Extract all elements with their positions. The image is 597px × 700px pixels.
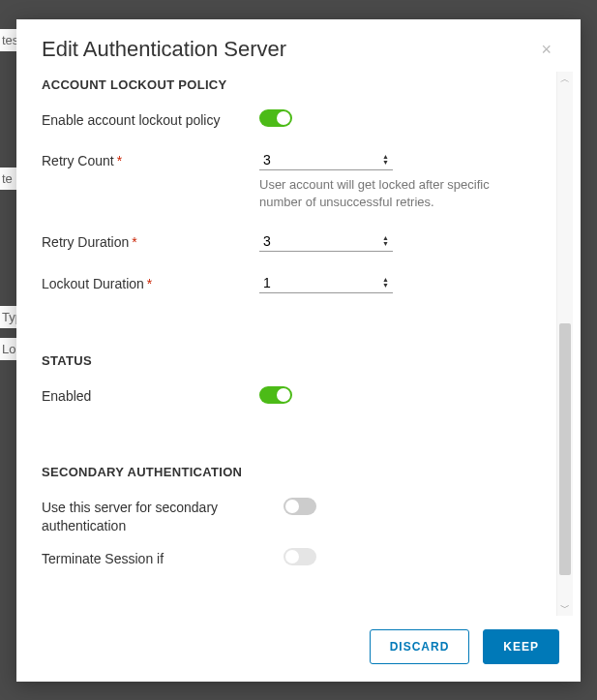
label-retry-duration: Retry Duration* [42,231,259,251]
field-status-enabled: Enabled [42,385,552,405]
edit-auth-server-modal: Edit Authentication Server × ACCOUNT LOC… [16,19,581,682]
section-heading-lockout: ACCOUNT LOCKOUT POLICY [42,77,552,92]
help-retry-count: User account will get locked after speci… [259,176,501,210]
stepper-lockout-duration[interactable]: ▲▼ [382,277,389,289]
modal-title: Edit Authentication Server [42,37,286,62]
label-lockout-duration: Lockout Duration* [42,273,259,292]
chevron-down-icon[interactable]: ▼ [382,283,389,289]
field-enable-lockout: Enable account lockout policy [42,109,552,129]
toggle-status-enabled[interactable] [259,386,292,404]
required-marker: * [147,276,152,291]
label-enable-lockout: Enable account lockout policy [42,109,259,129]
chevron-down-icon[interactable]: ▼ [382,241,389,247]
retry-duration-value[interactable] [263,233,360,249]
input-retry-count[interactable]: ▲▼ [259,150,393,170]
scroll-up-icon[interactable]: ︿ [557,72,573,87]
chevron-down-icon[interactable]: ▼ [382,160,389,166]
scroll-thumb[interactable] [559,323,571,575]
retry-count-value[interactable] [263,152,360,167]
required-marker: * [117,153,122,168]
field-retry-duration: Retry Duration* ▲▼ [42,231,552,252]
discard-button[interactable]: DISCARD [370,629,470,664]
field-secondary-use: Use this server for secondary authentica… [42,497,552,533]
stepper-retry-duration[interactable]: ▲▼ [382,235,389,247]
toggle-terminate-session[interactable] [284,548,316,565]
section-heading-secondary: SECONDARY AUTHENTICATION [42,465,552,479]
stepper-retry-count[interactable]: ▲▼ [382,154,389,166]
modal-body[interactable]: ACCOUNT LOCKOUT POLICY Enable account lo… [42,72,556,616]
input-retry-duration[interactable]: ▲▼ [259,231,393,252]
toggle-enable-lockout[interactable] [259,109,292,127]
keep-button[interactable]: KEEP [483,629,559,664]
label-status-enabled: Enabled [42,385,259,405]
required-marker: * [132,234,136,250]
app-backdrop: teste ITypLoc Edit Authentication Server… [0,0,597,700]
label-secondary-use: Use this server for secondary authentica… [42,497,284,533]
close-icon[interactable]: × [537,37,555,62]
field-retry-count: Retry Count* ▲▼ User account will get lo… [42,150,552,210]
modal-body-wrap: ACCOUNT LOCKOUT POLICY Enable account lo… [16,72,581,616]
label-terminate-session: Terminate Session if [42,548,284,567]
scrollbar[interactable]: ︿ ﹀ [556,72,573,616]
modal-header: Edit Authentication Server × [16,19,581,72]
toggle-secondary-use[interactable] [284,498,316,515]
input-lockout-duration[interactable]: ▲▼ [259,273,393,293]
modal-footer: DISCARD KEEP [16,616,581,682]
field-lockout-duration: Lockout Duration* ▲▼ [42,273,552,293]
field-terminate-session: Terminate Session if [42,548,552,567]
scroll-down-icon[interactable]: ﹀ [557,600,573,616]
section-heading-status: STATUS [42,353,552,368]
label-retry-count: Retry Count* [42,150,259,169]
lockout-duration-value[interactable] [263,275,360,290]
